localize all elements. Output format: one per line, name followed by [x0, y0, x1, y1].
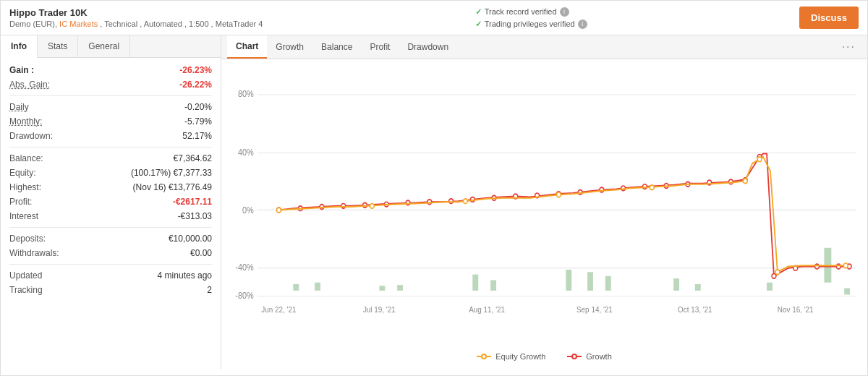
main-content: Info Stats General Gain : -26.23% Abs. G… — [1, 35, 867, 369]
chart-tab-growth[interactable]: Growth — [267, 36, 312, 58]
balance-label: Balance: — [9, 153, 43, 163]
tab-info[interactable]: Info — [1, 35, 38, 58]
chart-tab-drawdown[interactable]: Drawdown — [399, 36, 457, 58]
drawdown-row: Drawdown: 52.17% — [9, 131, 212, 141]
svg-text:Jun 22, '21: Jun 22, '21 — [261, 304, 296, 314]
updated-row: Updated 4 minutes ago — [9, 270, 212, 281]
equity-row: Equity: (100.17%) €7,377.33 — [9, 168, 212, 178]
abs-gain-row: Abs. Gain: -26.22% — [9, 80, 212, 90]
highest-row: Highest: (Nov 16) €13,776.49 — [9, 182, 212, 192]
svg-text:-80%: -80% — [235, 290, 253, 300]
svg-point-54 — [276, 208, 281, 213]
svg-point-62 — [843, 263, 848, 268]
subtitle-prefix: Demo (EUR), — [9, 20, 57, 28]
svg-point-59 — [743, 179, 747, 184]
balance-value: €7,364.62 — [174, 153, 212, 163]
interest-row: Interest -€313.03 — [9, 211, 212, 221]
app-container: Hippo Trader 10K Demo (EUR), IC Markets … — [0, 0, 868, 376]
svg-rect-0 — [258, 67, 856, 296]
withdrawals-value: €0.00 — [190, 248, 212, 258]
tracking-row: Tracking 2 — [9, 285, 212, 295]
divider-1 — [9, 95, 212, 96]
info-icon-2[interactable]: i — [578, 20, 587, 29]
tab-general[interactable]: General — [78, 35, 130, 57]
svg-point-58 — [650, 185, 654, 190]
svg-point-51 — [815, 264, 820, 269]
legend-growth: Growth — [567, 352, 611, 361]
account-subtitle: Demo (EUR), IC Markets , Technical , Aut… — [9, 20, 263, 28]
svg-text:Nov 16, '21: Nov 16, '21 — [778, 304, 814, 314]
svg-text:Jul 19, '21: Jul 19, '21 — [363, 304, 396, 314]
svg-rect-24 — [844, 289, 850, 295]
track-record-verified: ✓ Track record verified i — [475, 7, 587, 17]
deposits-value: €10,000.00 — [169, 234, 212, 244]
deposits-row: Deposits: €10,000.00 — [9, 234, 212, 244]
svg-point-57 — [556, 192, 561, 197]
growth-chart: 80% 40% 0% -40% -80% — [229, 67, 860, 341]
chart-legend: Equity Growth Growth — [221, 348, 867, 364]
equity-label: Equity: — [9, 168, 36, 178]
monthly-value: -5.79% — [184, 116, 212, 127]
chart-tab-balance[interactable]: Balance — [312, 36, 361, 58]
svg-rect-12 — [315, 283, 320, 291]
svg-rect-15 — [472, 275, 478, 291]
trading-privileges-verified: ✓ Trading privileges verified i — [475, 20, 587, 29]
svg-rect-19 — [605, 276, 611, 291]
updated-label: Updated — [9, 270, 42, 281]
svg-point-55 — [370, 204, 374, 209]
right-panel: Chart Growth Balance Profit Drawdown ··· — [221, 35, 867, 369]
svg-point-52 — [836, 264, 841, 269]
svg-point-61 — [775, 270, 780, 275]
left-panel: Info Stats General Gain : -26.23% Abs. G… — [1, 35, 221, 369]
broker-link[interactable]: IC Markets — [59, 20, 98, 28]
profit-label: Profit: — [9, 197, 32, 207]
more-options-button[interactable]: ··· — [836, 36, 861, 58]
drawdown-label: Drawdown: — [9, 131, 53, 141]
legend-growth-label: Growth — [586, 352, 611, 361]
withdrawals-row: Withdrawals: €0.00 — [9, 248, 212, 258]
daily-row: Daily -0.20% — [9, 102, 212, 112]
check-icon-2: ✓ — [475, 20, 482, 29]
svg-rect-18 — [587, 272, 593, 291]
check-icon: ✓ — [475, 7, 482, 17]
monthly-label: Monthly: — [9, 116, 42, 127]
svg-rect-16 — [490, 280, 496, 290]
account-title: Hippo Trader 10K — [9, 7, 263, 18]
svg-point-49 — [772, 273, 776, 278]
tracking-value: 2 — [207, 285, 212, 295]
stats-panel: Gain : -26.23% Abs. Gain: -26.22% Daily … — [1, 58, 221, 369]
interest-value: -€313.03 — [178, 211, 212, 221]
chart-area: 80% 40% 0% -40% -80% — [221, 59, 867, 369]
svg-rect-20 — [673, 278, 679, 291]
drawdown-value: 52.17% — [182, 131, 212, 141]
abs-gain-label: Abs. Gain: — [9, 80, 50, 90]
svg-rect-14 — [397, 285, 403, 291]
chart-tab-chart[interactable]: Chart — [227, 35, 267, 59]
withdrawals-label: Withdrawals: — [9, 248, 59, 258]
chart-tab-profit[interactable]: Profit — [361, 36, 399, 58]
svg-rect-21 — [695, 284, 701, 291]
svg-point-33 — [449, 199, 454, 204]
daily-value: -0.20% — [184, 102, 212, 112]
svg-rect-13 — [379, 286, 385, 291]
divider-3 — [9, 227, 212, 228]
daily-label: Daily — [9, 102, 29, 112]
svg-text:Sep 14, '21: Sep 14, '21 — [576, 304, 613, 314]
divider-4 — [9, 264, 212, 265]
monthly-row: Monthly: -5.79% — [9, 116, 212, 127]
svg-text:40%: 40% — [238, 147, 254, 157]
equity-value: (100.17%) €7,377.33 — [131, 168, 212, 178]
svg-rect-22 — [767, 283, 773, 291]
svg-rect-17 — [566, 270, 571, 291]
abs-gain-value: -26.22% — [179, 80, 212, 90]
highest-value: (Nov 16) €13,776.49 — [133, 182, 212, 192]
header: Hippo Trader 10K Demo (EUR), IC Markets … — [1, 1, 867, 35]
gain-label: Gain : — [9, 65, 34, 75]
interest-label: Interest — [9, 211, 38, 221]
header-left: Hippo Trader 10K Demo (EUR), IC Markets … — [9, 7, 263, 28]
tab-stats[interactable]: Stats — [38, 35, 78, 57]
discuss-button[interactable]: Discuss — [799, 7, 859, 29]
info-icon-1[interactable]: i — [560, 7, 569, 17]
legend-equity-label: Equity Growth — [495, 352, 545, 361]
chart-tabs: Chart Growth Balance Profit Drawdown ··· — [221, 35, 867, 59]
